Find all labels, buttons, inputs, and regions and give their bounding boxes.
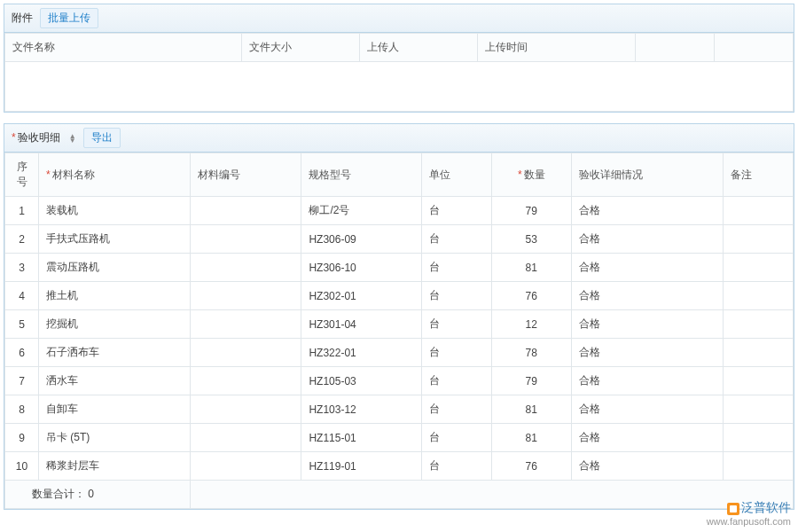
cell-unit: 台 bbox=[421, 254, 491, 282]
col-unit: 单位 bbox=[421, 153, 491, 197]
cell-status: 合格 bbox=[571, 197, 723, 225]
detail-title: *验收明细 bbox=[12, 130, 60, 145]
detail-header-row: 序号 *材料名称 材料编号 规格型号 单位 *数量 验收详细情况 备注 bbox=[5, 153, 794, 197]
cell-name: 挖掘机 bbox=[39, 310, 191, 339]
cell-status: 合格 bbox=[571, 339, 723, 367]
detail-table: 序号 *材料名称 材料编号 规格型号 单位 *数量 验收详细情况 备注 1装载机… bbox=[4, 153, 794, 509]
cell-code bbox=[191, 282, 301, 310]
table-row[interactable]: 3震动压路机HZ306-10台81合格 bbox=[5, 254, 794, 282]
table-row[interactable]: 7洒水车HZ105-03台79合格 bbox=[5, 367, 794, 395]
cell-remark bbox=[724, 197, 794, 225]
cell-qty: 76 bbox=[491, 452, 571, 481]
cell-name: 稀浆封层车 bbox=[39, 452, 191, 481]
cell-unit: 台 bbox=[421, 282, 491, 310]
cell-code bbox=[191, 339, 301, 367]
logo-icon bbox=[727, 503, 739, 515]
cell-unit: 台 bbox=[421, 452, 491, 481]
cell-code bbox=[191, 310, 301, 339]
table-row[interactable]: 2手扶式压路机HZ306-09台53合格 bbox=[5, 225, 794, 254]
cell-code bbox=[191, 225, 301, 254]
cell-num: 4 bbox=[5, 282, 39, 310]
col-action2 bbox=[715, 34, 794, 62]
col-uploadtime: 上传时间 bbox=[478, 34, 636, 62]
cell-code bbox=[191, 254, 301, 282]
cell-remark bbox=[724, 254, 794, 282]
cell-status: 合格 bbox=[571, 282, 723, 310]
cell-remark bbox=[724, 452, 794, 481]
cell-name: 吊卡 (5T) bbox=[39, 424, 191, 452]
cell-qty: 79 bbox=[491, 367, 571, 395]
cell-name: 手扶式压路机 bbox=[39, 225, 191, 254]
cell-unit: 台 bbox=[421, 424, 491, 452]
cell-name: 装载机 bbox=[39, 197, 191, 225]
cell-spec: HZ306-10 bbox=[301, 254, 421, 282]
col-num: 序号 bbox=[5, 153, 39, 197]
attachment-title: 附件 bbox=[12, 11, 33, 26]
cell-spec: HZ301-04 bbox=[301, 310, 421, 339]
cell-remark bbox=[724, 282, 794, 310]
cell-num: 1 bbox=[5, 197, 39, 225]
col-qty: *数量 bbox=[491, 153, 571, 197]
cell-num: 5 bbox=[5, 310, 39, 339]
cell-status: 合格 bbox=[571, 395, 723, 424]
sort-icon[interactable]: ▲▼ bbox=[69, 134, 76, 143]
cell-status: 合格 bbox=[571, 310, 723, 339]
cell-num: 3 bbox=[5, 254, 39, 282]
table-row[interactable]: 1装载机柳工/2号台79合格 bbox=[5, 197, 794, 225]
table-row[interactable]: 9吊卡 (5T)HZ115-01台81合格 bbox=[5, 424, 794, 452]
cell-num: 9 bbox=[5, 424, 39, 452]
cell-spec: HZ306-09 bbox=[301, 225, 421, 254]
total-label: 数量合计： 0 bbox=[5, 481, 191, 509]
cell-unit: 台 bbox=[421, 339, 491, 367]
cell-status: 合格 bbox=[571, 452, 723, 481]
cell-spec: 柳工/2号 bbox=[301, 197, 421, 225]
col-remark: 备注 bbox=[724, 153, 794, 197]
col-code: 材料编号 bbox=[191, 153, 301, 197]
table-row[interactable]: 10稀浆封层车HZ119-01台76合格 bbox=[5, 452, 794, 481]
cell-code bbox=[191, 197, 301, 225]
cell-unit: 台 bbox=[421, 197, 491, 225]
attachment-table: 文件名称 文件大小 上传人 上传时间 bbox=[4, 33, 794, 112]
table-row[interactable]: 8自卸车HZ103-12台81合格 bbox=[5, 395, 794, 424]
cell-status: 合格 bbox=[571, 367, 723, 395]
cell-code bbox=[191, 452, 301, 481]
table-row[interactable]: 6石子洒布车HZ322-01台78合格 bbox=[5, 339, 794, 367]
table-row[interactable]: 4推土机HZ302-01台76合格 bbox=[5, 282, 794, 310]
cell-code bbox=[191, 367, 301, 395]
col-filename: 文件名称 bbox=[5, 34, 242, 62]
cell-spec: HZ105-03 bbox=[301, 367, 421, 395]
export-button[interactable]: 导出 bbox=[83, 128, 121, 148]
attachment-header-row: 文件名称 文件大小 上传人 上传时间 bbox=[5, 34, 794, 62]
cell-unit: 台 bbox=[421, 395, 491, 424]
cell-name: 震动压路机 bbox=[39, 254, 191, 282]
col-uploader: 上传人 bbox=[360, 34, 478, 62]
cell-num: 2 bbox=[5, 225, 39, 254]
cell-spec: HZ115-01 bbox=[301, 424, 421, 452]
detail-panel: *验收明细 ▲▼ 导出 序号 *材料名称 材料编号 规格型号 单位 *数量 验收… bbox=[4, 123, 794, 510]
cell-name: 推土机 bbox=[39, 282, 191, 310]
cell-num: 10 bbox=[5, 452, 39, 481]
cell-remark bbox=[724, 367, 794, 395]
table-row[interactable]: 5挖掘机HZ301-04台12合格 bbox=[5, 310, 794, 339]
col-status: 验收详细情况 bbox=[571, 153, 723, 197]
col-name: *材料名称 bbox=[39, 153, 191, 197]
cell-qty: 79 bbox=[491, 197, 571, 225]
cell-qty: 76 bbox=[491, 282, 571, 310]
cell-unit: 台 bbox=[421, 367, 491, 395]
cell-code bbox=[191, 424, 301, 452]
cell-remark bbox=[724, 225, 794, 254]
cell-qty: 81 bbox=[491, 254, 571, 282]
cell-remark bbox=[724, 395, 794, 424]
cell-qty: 12 bbox=[491, 310, 571, 339]
cell-remark bbox=[724, 310, 794, 339]
col-filesize: 文件大小 bbox=[241, 34, 359, 62]
cell-num: 6 bbox=[5, 339, 39, 367]
col-spec: 规格型号 bbox=[301, 153, 421, 197]
bulk-upload-button[interactable]: 批量上传 bbox=[40, 8, 98, 28]
cell-remark bbox=[724, 424, 794, 452]
cell-qty: 78 bbox=[491, 339, 571, 367]
attachment-empty-row bbox=[5, 62, 794, 112]
watermark: 泛普软件 www.fanpusoft.com bbox=[707, 500, 791, 524]
col-action1 bbox=[636, 34, 715, 62]
cell-name: 自卸车 bbox=[39, 395, 191, 424]
